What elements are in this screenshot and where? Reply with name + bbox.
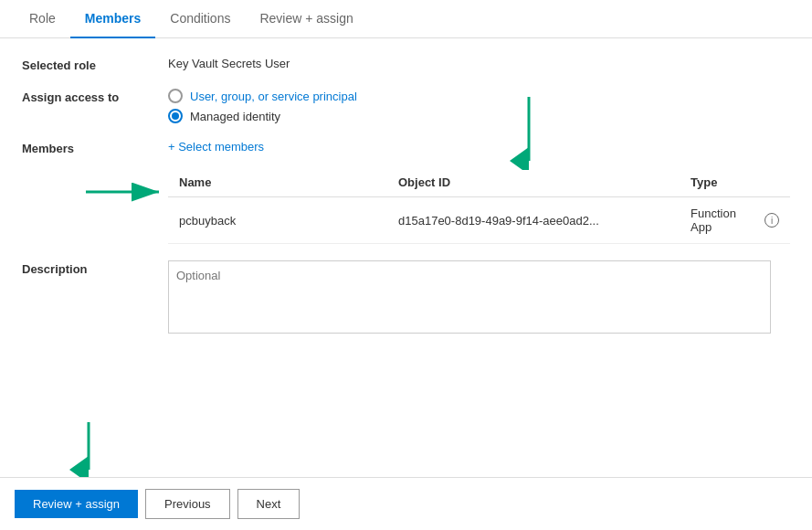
description-row: Description <box>22 260 790 334</box>
radio-label-user: User, group, or service principal <box>190 90 357 103</box>
review-assign-button[interactable]: Review + assign <box>15 490 138 518</box>
radio-circle-managed <box>168 109 183 123</box>
selected-role-label: Selected role <box>22 57 168 72</box>
assign-access-options: User, group, or service principal Manage… <box>168 89 357 123</box>
col-header-name: Name <box>168 168 387 197</box>
members-label: Members <box>22 140 168 155</box>
selected-role-value: Key Vault Secrets User <box>168 57 290 70</box>
tab-review-assign[interactable]: Review + assign <box>245 0 367 38</box>
arrow-right-indicator <box>86 175 168 208</box>
radio-link-user[interactable]: User, group, or service principal <box>190 90 357 103</box>
assign-access-row: Assign access to User, group, or service… <box>22 89 790 123</box>
cell-type: Function App i <box>680 197 790 244</box>
tab-role[interactable]: Role <box>15 0 70 38</box>
arrow-down-button-indicator <box>66 422 111 477</box>
cell-name: pcbuyback <box>168 197 387 244</box>
bottom-bar: Review + assign Previous Next <box>0 477 812 530</box>
select-members-link[interactable]: + Select members <box>168 140 790 154</box>
tab-conditions[interactable]: Conditions <box>155 0 245 38</box>
radio-user-group[interactable]: User, group, or service principal <box>168 89 357 103</box>
cell-objectid: d15a17e0-8d19-49a9-9f14-aee0ad2... <box>387 197 680 244</box>
next-button[interactable]: Next <box>237 489 301 519</box>
table-row: pcbuyback d15a17e0-8d19-49a9-9f14-aee0ad… <box>168 197 790 244</box>
assign-access-label: Assign access to <box>22 89 168 104</box>
radio-label-managed: Managed identity <box>190 110 280 123</box>
arrow-down-indicator <box>506 97 552 170</box>
radio-circle-user <box>168 89 183 103</box>
radio-managed-identity[interactable]: Managed identity <box>168 109 357 123</box>
info-icon[interactable]: i <box>765 213 779 228</box>
main-content: Selected role Key Vault Secrets User Ass… <box>0 38 812 368</box>
tab-bar: Role Members Conditions Review + assign <box>0 0 812 38</box>
previous-button[interactable]: Previous <box>145 489 230 519</box>
tab-members[interactable]: Members <box>70 0 155 38</box>
description-textarea[interactable] <box>168 260 771 334</box>
members-section: + Select members <box>168 140 790 244</box>
description-label: Description <box>22 260 168 276</box>
col-header-type: Type <box>680 168 790 197</box>
members-table: Name Object ID Type pcbuyback d15a17e0-8… <box>168 168 790 244</box>
type-label: Function App <box>691 207 759 234</box>
selected-role-row: Selected role Key Vault Secrets User <box>22 57 790 72</box>
members-row: Members + Select members <box>22 140 790 244</box>
col-header-objectid: Object ID <box>387 168 680 197</box>
